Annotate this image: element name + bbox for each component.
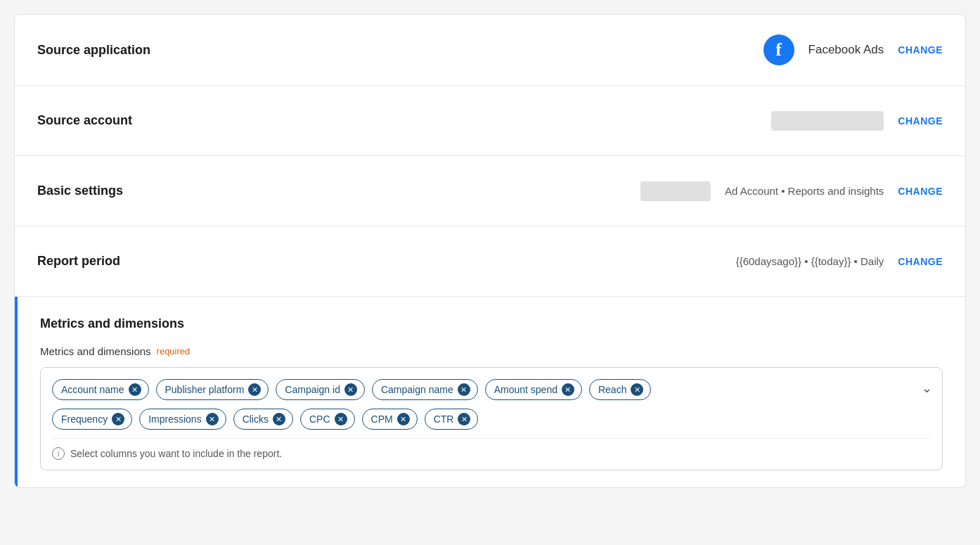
source-application-right: f Facebook Ads CHANGE: [763, 34, 943, 65]
source-application-change-button[interactable]: CHANGE: [898, 44, 943, 56]
chevron-down-icon[interactable]: ⌄: [922, 380, 932, 396]
required-badge: required: [157, 346, 191, 357]
tag-cpm-close[interactable]: ✕: [397, 413, 410, 425]
hint-text: Select columns you want to include in th…: [70, 448, 282, 459]
basic-settings-title: Basic settings: [37, 184, 192, 198]
tag-clicks-close[interactable]: ✕: [273, 413, 285, 425]
app-name-label: Facebook Ads: [808, 43, 884, 57]
tag-account-name-close[interactable]: ✕: [129, 383, 141, 396]
metrics-section: Metrics and dimensions Metrics and dimen…: [15, 297, 965, 487]
source-account-change-button[interactable]: CHANGE: [898, 115, 943, 127]
info-icon: i: [52, 447, 65, 460]
tag-campaign-name: Campaign name ✕: [372, 379, 478, 400]
basic-settings-section: Basic settings Ad Account • Reports and …: [15, 156, 965, 226]
tag-amount-spend-close[interactable]: ✕: [562, 383, 574, 396]
metrics-label-row: Metrics and dimensions required: [40, 345, 943, 357]
tag-reach: Reach ✕: [589, 379, 651, 400]
source-application-title: Source application: [37, 43, 192, 58]
tag-cpc: CPC ✕: [300, 409, 355, 430]
report-period-change-button[interactable]: CHANGE: [898, 256, 943, 267]
basic-settings-blurred: [640, 181, 711, 201]
metrics-label: Metrics and dimensions: [40, 345, 151, 357]
tag-clicks: Clicks ✕: [233, 409, 293, 430]
tags-row-2: Frequency ✕ Impressions ✕ Clicks ✕ CPC ✕…: [52, 409, 931, 430]
hint-row: i Select columns you want to include in …: [52, 438, 931, 470]
tag-account-name: Account name ✕: [52, 379, 149, 400]
tag-cpc-close[interactable]: ✕: [335, 413, 347, 425]
tag-publisher-platform-close[interactable]: ✕: [248, 383, 261, 396]
tag-reach-close[interactable]: ✕: [631, 383, 643, 396]
basic-settings-right: Ad Account • Reports and insights CHANGE: [640, 181, 943, 201]
tag-amount-spend: Amount spend ✕: [485, 379, 582, 400]
report-period-title: Report period: [37, 254, 192, 269]
main-card: Source application f Facebook Ads CHANGE…: [14, 14, 966, 488]
report-period-section: Report period {{60daysago}} • {{today}} …: [15, 226, 965, 297]
source-account-section: Source account CHANGE: [15, 86, 965, 156]
tag-ctr-close[interactable]: ✕: [458, 413, 470, 425]
tag-publisher-platform: Publisher platform ✕: [156, 379, 269, 400]
tags-container: Account name ✕ Publisher platform ✕ Camp…: [40, 367, 943, 470]
metrics-title: Metrics and dimensions: [40, 316, 943, 331]
facebook-icon: f: [763, 34, 794, 65]
tags-row-1: Account name ✕ Publisher platform ✕ Camp…: [52, 379, 931, 400]
tag-cpm: CPM ✕: [362, 409, 418, 430]
source-account-blurred: [771, 111, 884, 131]
tag-impressions: Impressions ✕: [139, 409, 226, 430]
basic-settings-desc: Ad Account • Reports and insights: [725, 185, 884, 197]
tag-campaign-name-close[interactable]: ✕: [458, 383, 470, 396]
tag-frequency-close[interactable]: ✕: [112, 413, 124, 425]
source-application-section: Source application f Facebook Ads CHANGE: [15, 15, 965, 86]
tag-frequency: Frequency ✕: [52, 409, 132, 430]
source-account-right: CHANGE: [771, 111, 943, 131]
source-account-title: Source account: [37, 113, 192, 128]
report-period-desc: {{60daysago}} • {{today}} • Daily: [736, 255, 884, 267]
tag-campaign-id: Campaign id ✕: [276, 379, 365, 400]
tag-ctr: CTR ✕: [425, 409, 479, 430]
report-period-right: {{60daysago}} • {{today}} • Daily CHANGE: [736, 255, 943, 267]
tag-impressions-close[interactable]: ✕: [206, 413, 219, 425]
tag-campaign-id-close[interactable]: ✕: [344, 383, 357, 396]
basic-settings-change-button[interactable]: CHANGE: [898, 186, 943, 197]
